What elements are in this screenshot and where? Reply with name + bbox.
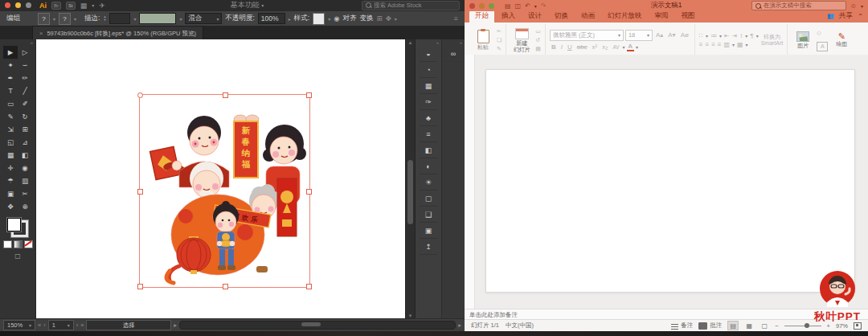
selection-handle[interactable] <box>137 284 143 289</box>
opacity-value[interactable]: 100% <box>258 13 285 24</box>
tab-动画[interactable]: 动画 <box>575 10 600 23</box>
pencil-tool[interactable]: ✎ <box>3 110 18 123</box>
text-direction-icon[interactable] <box>750 32 753 39</box>
feedback-smiley-icon[interactable] <box>850 2 857 10</box>
collapse-ribbon-icon[interactable] <box>858 12 863 20</box>
bridge-app-icon[interactable]: Br <box>51 2 61 10</box>
comments-toggle-button[interactable]: 批注 <box>698 322 722 330</box>
tab-设计[interactable]: 设计 <box>522 10 547 23</box>
close-tab-icon[interactable]: × <box>39 30 43 37</box>
tab-视图[interactable]: 视图 <box>676 10 701 23</box>
status-display[interactable]: 选择 <box>86 320 171 330</box>
selection-handle[interactable] <box>137 92 143 98</box>
paste-button[interactable]: 粘贴 <box>472 30 494 51</box>
color-guide-panel-icon[interactable]: ◔ <box>420 62 437 78</box>
format-painter-icon[interactable] <box>497 46 502 52</box>
selection-handle[interactable] <box>223 284 228 289</box>
line-segment-tool[interactable]: ╱ <box>18 84 32 97</box>
gradient-tool[interactable]: ◧ <box>18 149 32 162</box>
subscript-icon[interactable] <box>600 43 609 51</box>
libraries-panel-icon[interactable]: ∞ <box>444 46 462 62</box>
bullets-icon[interactable] <box>699 32 703 39</box>
stroke-color-swatch[interactable]: ? <box>59 13 71 25</box>
align-center-icon[interactable] <box>705 41 709 48</box>
artboard-navigation-dropdown[interactable]: 1▾ <box>48 320 74 330</box>
align-button[interactable]: 对齐 <box>343 14 357 23</box>
selection-tool[interactable]: ▶ <box>3 46 18 59</box>
grow-font-icon[interactable]: A▴ <box>654 31 665 39</box>
selection-handle[interactable] <box>137 189 143 195</box>
text-box-icon[interactable]: A <box>817 42 828 51</box>
opacity-panel-arrow[interactable]: ▸ <box>289 16 291 22</box>
brush-definition-swatch[interactable] <box>139 13 176 24</box>
gradient-panel-icon[interactable]: ◧ <box>420 142 437 158</box>
transparency-panel-icon[interactable]: ◐ <box>420 158 437 174</box>
selection-handle[interactable] <box>223 92 228 98</box>
symbols-panel-icon[interactable]: ♣ <box>420 110 437 126</box>
undo-icon[interactable] <box>525 2 530 10</box>
justify-icon[interactable] <box>718 41 722 48</box>
close-window-button[interactable] <box>5 2 10 8</box>
recolor-artwork-icon[interactable] <box>334 14 339 23</box>
scroll-up-arrow[interactable]: ▲ <box>406 40 415 45</box>
language-indicator[interactable]: 中文(中国) <box>506 322 534 330</box>
pen-tool[interactable]: ✒ <box>3 72 18 84</box>
new-slide-button[interactable]: 新建幻灯片 <box>510 28 533 52</box>
bold-button[interactable]: B <box>550 43 558 51</box>
italic-button[interactable]: I <box>559 43 564 51</box>
fill-stroke-proxy[interactable] <box>7 218 28 237</box>
magic-wand-tool[interactable]: ✦ <box>3 59 18 72</box>
scale-tool[interactable]: ⇲ <box>3 123 18 136</box>
decrease-indent-icon[interactable] <box>724 32 730 39</box>
fill-proxy-icon[interactable] <box>7 218 21 232</box>
paintbrush-tool[interactable]: ✐ <box>18 97 32 110</box>
reset-icon[interactable] <box>535 37 541 43</box>
tab-插入[interactable]: 插入 <box>496 10 521 23</box>
share-app-icon[interactable] <box>99 2 105 10</box>
redo-icon[interactable] <box>541 2 547 10</box>
blend-tool[interactable]: ◉ <box>18 162 32 174</box>
screen-mode-icon[interactable] <box>14 252 21 260</box>
slide-sorter-view-button[interactable] <box>744 322 754 330</box>
column-graph-tool[interactable]: ▥ <box>18 174 32 187</box>
zoom-tool[interactable]: ⊕ <box>18 200 32 213</box>
vertical-scrollbar[interactable]: ▲ ▼ <box>405 39 415 319</box>
curvature-tool[interactable]: ✏ <box>18 72 32 84</box>
layout-icon[interactable] <box>535 28 541 35</box>
hand-tool[interactable]: ✥ <box>3 200 18 213</box>
panel-menu-icon[interactable] <box>454 14 458 23</box>
superscript-icon[interactable] <box>591 43 600 51</box>
stock-app-icon[interactable]: St <box>66 2 76 10</box>
slideshow-view-button[interactable] <box>760 322 769 330</box>
tab-审阅[interactable]: 审阅 <box>649 10 674 23</box>
align-left-icon[interactable] <box>699 41 703 48</box>
horizontal-scrollbar[interactable] <box>179 321 456 330</box>
ribbon-toggle-icon[interactable] <box>505 2 511 10</box>
swatches-panel-icon[interactable]: ▦ <box>420 78 437 94</box>
font-color-icon[interactable] <box>627 43 634 51</box>
tab-幻灯片放映[interactable]: 幻灯片放映 <box>602 10 648 23</box>
layers-panel-icon[interactable]: ❑ <box>420 207 437 223</box>
workspace-switcher[interactable]: 基本功能 ▾ <box>231 0 264 10</box>
numbering-icon[interactable] <box>710 32 717 39</box>
selection-handle[interactable] <box>306 189 312 195</box>
tab-切换[interactable]: 切换 <box>549 10 574 23</box>
document-tab[interactable]: × 59743b900c0b6c [转换].eps* @ 150% (RGB/G… <box>32 26 203 40</box>
mesh-tool[interactable]: ▦ <box>3 149 18 162</box>
direct-selection-tool[interactable]: ▷ <box>18 46 32 59</box>
horizontal-scroll-thumb[interactable] <box>301 322 321 326</box>
copy-icon[interactable] <box>497 37 502 43</box>
tab-开始[interactable]: 开始 <box>469 10 494 23</box>
zoom-out-button[interactable]: − <box>775 322 778 330</box>
scroll-right-arrow[interactable]: ▸ <box>458 322 461 329</box>
selection-bounding-box[interactable] <box>139 94 310 288</box>
zoom-window-button[interactable] <box>489 3 494 9</box>
stroke-panel-icon[interactable]: ≡ <box>420 126 437 142</box>
close-window-button[interactable] <box>469 3 475 9</box>
slide-thumbnail-pane[interactable] <box>465 55 475 309</box>
graphic-styles-panel-icon[interactable]: ▢ <box>420 191 437 207</box>
columns-icon[interactable] <box>723 41 730 48</box>
gradient-button[interactable] <box>14 240 23 248</box>
character-spacing-icon[interactable] <box>611 44 620 50</box>
increase-indent-icon[interactable] <box>732 32 738 39</box>
